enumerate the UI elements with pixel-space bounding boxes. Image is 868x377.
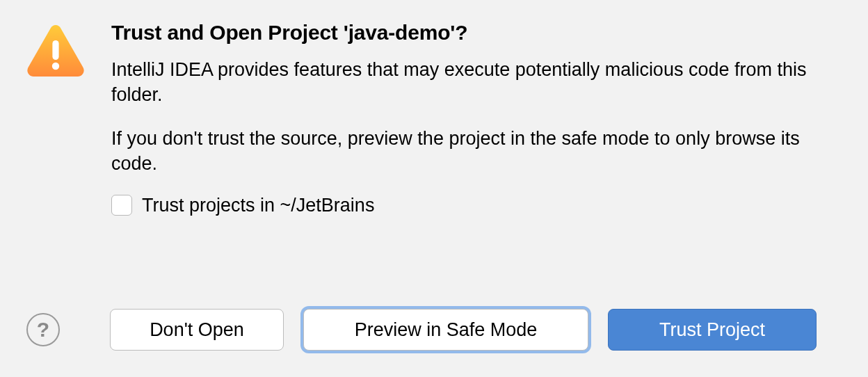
preview-safe-mode-label: Preview in Safe Mode	[355, 319, 538, 341]
trust-project-label: Trust Project	[659, 319, 765, 341]
trust-projects-checkbox-label: Trust projects in ~/JetBrains	[142, 195, 374, 216]
action-buttons: Don't Open Preview in Safe Mode Trust Pr…	[110, 309, 842, 351]
help-button[interactable]: ?	[26, 313, 60, 346]
dont-open-label: Don't Open	[150, 319, 244, 341]
dialog-top-row: Trust and Open Project 'java-demo'? Inte…	[26, 21, 842, 216]
content-column: Trust and Open Project 'java-demo'? Inte…	[111, 21, 842, 216]
button-row: ? Don't Open Preview in Safe Mode Trust …	[26, 289, 842, 351]
trust-projects-checkbox-row[interactable]: Trust projects in ~/JetBrains	[111, 195, 842, 216]
svg-rect-0	[52, 40, 58, 60]
help-icon: ?	[37, 319, 49, 340]
svg-point-1	[52, 63, 59, 70]
dialog-title: Trust and Open Project 'java-demo'?	[111, 21, 842, 45]
preview-safe-mode-button[interactable]: Preview in Safe Mode	[303, 309, 588, 351]
trust-project-button[interactable]: Trust Project	[608, 309, 817, 351]
trust-projects-checkbox[interactable]	[111, 195, 132, 216]
icon-column	[26, 21, 85, 81]
body-paragraph-1: IntelliJ IDEA provides features that may…	[111, 57, 842, 108]
dialog-body: IntelliJ IDEA provides features that may…	[111, 57, 842, 177]
trust-project-dialog: Trust and Open Project 'java-demo'? Inte…	[0, 0, 868, 377]
warning-icon	[26, 24, 85, 78]
dont-open-button[interactable]: Don't Open	[110, 309, 284, 351]
body-paragraph-2: If you don't trust the source, preview t…	[111, 126, 842, 177]
